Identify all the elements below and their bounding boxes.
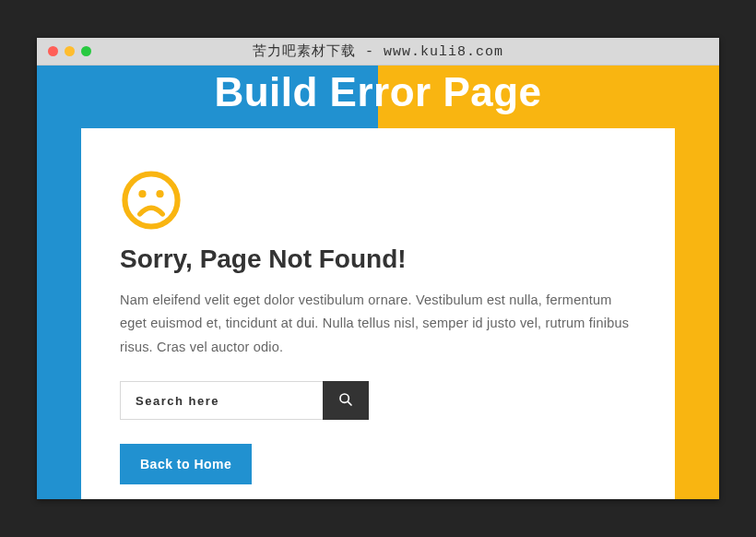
error-heading: Sorry, Page Not Found!	[120, 245, 636, 274]
titlebar: 苦力吧素材下载 - www.kuli8.com	[37, 38, 719, 66]
svg-point-2	[156, 190, 163, 197]
back-to-home-button[interactable]: Back to Home	[120, 444, 252, 484]
minimize-icon[interactable]	[65, 46, 75, 56]
viewport: Build Error Page Sorry, Page Not Found! …	[37, 66, 719, 499]
search-button[interactable]	[323, 381, 369, 420]
svg-line-4	[348, 401, 351, 405]
search-icon	[338, 392, 353, 410]
window-controls	[37, 46, 91, 56]
search-form	[120, 381, 636, 420]
error-description: Nam eleifend velit eget dolor vestibulum…	[120, 289, 636, 359]
search-input[interactable]	[120, 381, 323, 420]
window-title: 苦力吧素材下载 - www.kuli8.com	[37, 42, 719, 60]
error-card: Sorry, Page Not Found! Nam eleifend veli…	[81, 128, 675, 499]
browser-window: 苦力吧素材下载 - www.kuli8.com Build Error Page…	[37, 38, 719, 499]
svg-point-1	[138, 190, 146, 197]
maximize-icon[interactable]	[81, 46, 91, 56]
sad-face-icon	[120, 169, 636, 232]
svg-point-0	[124, 173, 177, 226]
page-title: Build Error Page	[37, 66, 719, 128]
close-icon[interactable]	[48, 46, 58, 56]
